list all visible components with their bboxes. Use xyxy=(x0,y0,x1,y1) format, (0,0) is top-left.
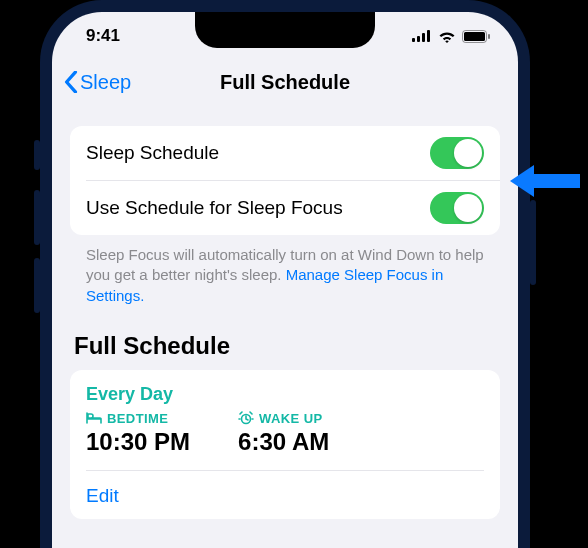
callout-arrow-icon xyxy=(510,162,580,200)
wifi-icon xyxy=(438,30,456,43)
power-button xyxy=(530,200,536,285)
bedtime-label: BEDTIME xyxy=(107,411,168,426)
wake-label: WAKE UP xyxy=(259,411,322,426)
nav-bar: Sleep Full Schedule xyxy=(52,60,518,104)
schedule-frequency: Every Day xyxy=(86,384,484,405)
bedtime-label-row: BEDTIME xyxy=(86,411,190,426)
cellular-icon xyxy=(412,30,432,42)
svg-rect-6 xyxy=(488,34,490,39)
footer-text: Sleep Focus will automatically turn on a… xyxy=(70,235,500,306)
back-label: Sleep xyxy=(80,71,131,94)
chevron-left-icon xyxy=(64,71,78,93)
phone-frame: 9:41 Sleep Full Schedule Sleep Schedule xyxy=(40,0,530,548)
sleep-schedule-label: Sleep Schedule xyxy=(86,142,219,164)
edit-button[interactable]: Edit xyxy=(86,470,484,507)
sleep-schedule-row: Sleep Schedule xyxy=(70,126,500,180)
bedtime-col: BEDTIME 10:30 PM xyxy=(86,411,190,456)
content: Sleep Schedule Use Schedule for Sleep Fo… xyxy=(52,104,518,519)
use-for-focus-toggle[interactable] xyxy=(430,192,484,224)
battery-icon xyxy=(462,30,490,43)
status-time: 9:41 xyxy=(86,26,120,46)
alarm-icon xyxy=(238,411,254,425)
svg-rect-0 xyxy=(412,38,415,42)
wake-value: 6:30 AM xyxy=(238,428,329,456)
use-for-focus-label: Use Schedule for Sleep Focus xyxy=(86,197,343,219)
back-button[interactable]: Sleep xyxy=(64,71,131,94)
phone-screen: 9:41 Sleep Full Schedule Sleep Schedule xyxy=(52,12,518,548)
wake-col: WAKE UP 6:30 AM xyxy=(238,411,329,456)
svg-rect-5 xyxy=(464,32,485,41)
sleep-schedule-toggle[interactable] xyxy=(430,137,484,169)
schedule-card: Every Day BEDTIME 10:30 PM WAKE UP xyxy=(70,370,500,519)
use-for-focus-row: Use Schedule for Sleep Focus xyxy=(86,180,500,235)
notch xyxy=(195,12,375,48)
svg-rect-1 xyxy=(417,36,420,42)
status-icons xyxy=(412,30,490,43)
schedule-times: BEDTIME 10:30 PM WAKE UP 6:30 AM xyxy=(86,411,484,456)
section-title: Full Schedule xyxy=(70,306,500,370)
page-title: Full Schedule xyxy=(220,71,350,94)
wake-label-row: WAKE UP xyxy=(238,411,329,426)
toggle-group: Sleep Schedule Use Schedule for Sleep Fo… xyxy=(70,126,500,235)
svg-rect-2 xyxy=(422,33,425,42)
bedtime-value: 10:30 PM xyxy=(86,428,190,456)
svg-rect-3 xyxy=(427,30,430,42)
bed-icon xyxy=(86,412,102,424)
